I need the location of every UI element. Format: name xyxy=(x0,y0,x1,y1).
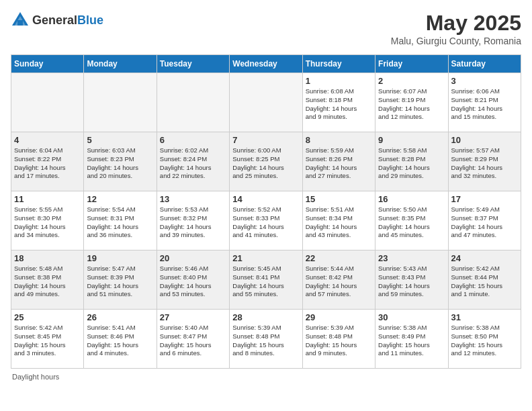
calendar-cell: 23Sunrise: 5:43 AMSunset: 8:43 PMDayligh… xyxy=(375,250,448,310)
day-number: 24 xyxy=(451,253,518,263)
calendar-table: Sunday Monday Tuesday Wednesday Thursday… xyxy=(11,54,521,369)
col-sunday: Sunday xyxy=(11,55,84,73)
calendar-cell: 25Sunrise: 5:42 AMSunset: 8:45 PMDayligh… xyxy=(11,310,84,369)
day-info: Sunrise: 5:49 AMSunset: 8:37 PMDaylight:… xyxy=(451,205,518,240)
day-info: Sunrise: 6:07 AMSunset: 8:19 PMDaylight:… xyxy=(378,87,445,122)
day-info: Sunrise: 5:43 AMSunset: 8:43 PMDaylight:… xyxy=(378,265,445,299)
calendar-cell xyxy=(157,73,229,132)
day-info: Sunrise: 6:08 AMSunset: 8:18 PMDaylight:… xyxy=(306,87,372,122)
week-row-5: 25Sunrise: 5:42 AMSunset: 8:45 PMDayligh… xyxy=(11,310,521,369)
day-info: Sunrise: 5:57 AMSunset: 8:29 PMDaylight:… xyxy=(451,146,518,181)
logo-icon xyxy=(11,11,30,30)
day-info: Sunrise: 5:54 AMSunset: 8:31 PMDaylight:… xyxy=(87,205,153,240)
calendar-cell: 1Sunrise: 6:08 AMSunset: 8:18 PMDaylight… xyxy=(302,73,375,132)
footer-note: Daylight hours xyxy=(11,373,521,381)
location: Malu, Giurgiu County, Romania xyxy=(391,36,521,46)
day-number: 12 xyxy=(87,194,153,204)
calendar-cell: 18Sunrise: 5:48 AMSunset: 8:38 PMDayligh… xyxy=(11,250,84,310)
day-number: 25 xyxy=(14,312,81,322)
day-number: 14 xyxy=(232,194,299,204)
svg-rect-2 xyxy=(17,20,23,26)
day-number: 5 xyxy=(87,135,153,145)
col-thursday: Thursday xyxy=(302,55,375,73)
day-info: Sunrise: 5:39 AMSunset: 8:48 PMDaylight:… xyxy=(232,324,299,358)
day-info: Sunrise: 6:04 AMSunset: 8:22 PMDaylight:… xyxy=(14,146,81,181)
day-number: 21 xyxy=(232,253,299,263)
day-info: Sunrise: 5:50 AMSunset: 8:35 PMDaylight:… xyxy=(378,205,445,240)
calendar-cell: 19Sunrise: 5:47 AMSunset: 8:39 PMDayligh… xyxy=(84,250,157,310)
day-number: 30 xyxy=(378,312,445,322)
day-info: Sunrise: 5:55 AMSunset: 8:30 PMDaylight:… xyxy=(14,205,81,240)
day-info: Sunrise: 5:48 AMSunset: 8:38 PMDaylight:… xyxy=(14,265,81,299)
day-number: 7 xyxy=(232,135,299,145)
logo: GeneralBlue xyxy=(11,11,103,30)
day-info: Sunrise: 5:41 AMSunset: 8:46 PMDaylight:… xyxy=(87,324,153,358)
week-row-1: 1Sunrise: 6:08 AMSunset: 8:18 PMDaylight… xyxy=(11,73,521,132)
day-info: Sunrise: 5:59 AMSunset: 8:26 PMDaylight:… xyxy=(306,146,372,181)
day-info: Sunrise: 5:42 AMSunset: 8:45 PMDaylight:… xyxy=(14,324,81,358)
calendar-cell xyxy=(84,73,157,132)
day-info: Sunrise: 5:52 AMSunset: 8:33 PMDaylight:… xyxy=(232,205,299,240)
day-number: 20 xyxy=(160,253,226,263)
calendar-cell: 2Sunrise: 6:07 AMSunset: 8:19 PMDaylight… xyxy=(375,73,448,132)
calendar-container: GeneralBlue May 2025 Malu, Giurgiu Count… xyxy=(0,0,532,386)
calendar-cell: 22Sunrise: 5:44 AMSunset: 8:42 PMDayligh… xyxy=(302,250,375,310)
day-info: Sunrise: 5:47 AMSunset: 8:39 PMDaylight:… xyxy=(87,265,153,299)
day-info: Sunrise: 6:06 AMSunset: 8:21 PMDaylight:… xyxy=(451,87,518,122)
title-block: May 2025 Malu, Giurgiu County, Romania xyxy=(391,11,521,46)
col-tuesday: Tuesday xyxy=(157,55,229,73)
calendar-cell xyxy=(11,73,84,132)
calendar-cell: 12Sunrise: 5:54 AMSunset: 8:31 PMDayligh… xyxy=(84,191,157,250)
calendar-cell: 21Sunrise: 5:45 AMSunset: 8:41 PMDayligh… xyxy=(230,250,302,310)
calendar-cell: 6Sunrise: 6:02 AMSunset: 8:24 PMDaylight… xyxy=(157,132,229,191)
calendar-cell: 10Sunrise: 5:57 AMSunset: 8:29 PMDayligh… xyxy=(448,132,521,191)
week-row-3: 11Sunrise: 5:55 AMSunset: 8:30 PMDayligh… xyxy=(11,191,521,250)
day-number: 28 xyxy=(232,312,299,322)
col-friday: Friday xyxy=(375,55,448,73)
day-info: Sunrise: 5:39 AMSunset: 8:48 PMDaylight:… xyxy=(306,324,372,358)
day-number: 4 xyxy=(14,135,81,145)
day-number: 11 xyxy=(14,194,81,204)
day-number: 23 xyxy=(378,253,445,263)
day-info: Sunrise: 5:38 AMSunset: 8:49 PMDaylight:… xyxy=(378,324,445,358)
month-year: May 2025 xyxy=(391,11,521,36)
header-row: Sunday Monday Tuesday Wednesday Thursday… xyxy=(11,55,521,73)
day-info: Sunrise: 5:51 AMSunset: 8:34 PMDaylight:… xyxy=(306,205,372,240)
header: GeneralBlue May 2025 Malu, Giurgiu Count… xyxy=(11,11,521,46)
day-info: Sunrise: 5:42 AMSunset: 8:44 PMDaylight:… xyxy=(451,265,518,299)
day-number: 27 xyxy=(160,312,226,322)
calendar-cell: 8Sunrise: 5:59 AMSunset: 8:26 PMDaylight… xyxy=(302,132,375,191)
day-info: Sunrise: 5:45 AMSunset: 8:41 PMDaylight:… xyxy=(232,265,299,299)
week-row-4: 18Sunrise: 5:48 AMSunset: 8:38 PMDayligh… xyxy=(11,250,521,310)
day-info: Sunrise: 5:46 AMSunset: 8:40 PMDaylight:… xyxy=(160,265,226,299)
day-number: 19 xyxy=(87,253,153,263)
day-info: Sunrise: 5:38 AMSunset: 8:50 PMDaylight:… xyxy=(451,324,518,358)
calendar-cell xyxy=(230,73,302,132)
day-info: Sunrise: 5:53 AMSunset: 8:32 PMDaylight:… xyxy=(160,205,226,240)
day-number: 16 xyxy=(378,194,445,204)
calendar-cell: 4Sunrise: 6:04 AMSunset: 8:22 PMDaylight… xyxy=(11,132,84,191)
col-monday: Monday xyxy=(84,55,157,73)
calendar-cell: 3Sunrise: 6:06 AMSunset: 8:21 PMDaylight… xyxy=(448,73,521,132)
col-saturday: Saturday xyxy=(448,55,521,73)
day-number: 15 xyxy=(306,194,372,204)
calendar-cell: 24Sunrise: 5:42 AMSunset: 8:44 PMDayligh… xyxy=(448,250,521,310)
day-number: 3 xyxy=(451,76,518,86)
calendar-cell: 9Sunrise: 5:58 AMSunset: 8:28 PMDaylight… xyxy=(375,132,448,191)
logo-text-general: General xyxy=(32,13,77,27)
day-number: 13 xyxy=(160,194,226,204)
calendar-cell: 31Sunrise: 5:38 AMSunset: 8:50 PMDayligh… xyxy=(448,310,521,369)
calendar-cell: 17Sunrise: 5:49 AMSunset: 8:37 PMDayligh… xyxy=(448,191,521,250)
calendar-cell: 29Sunrise: 5:39 AMSunset: 8:48 PMDayligh… xyxy=(302,310,375,369)
logo-text-blue: Blue xyxy=(77,13,103,27)
col-wednesday: Wednesday xyxy=(230,55,302,73)
day-number: 6 xyxy=(160,135,226,145)
day-number: 18 xyxy=(14,253,81,263)
day-info: Sunrise: 5:40 AMSunset: 8:47 PMDaylight:… xyxy=(160,324,226,358)
day-number: 9 xyxy=(378,135,445,145)
calendar-cell: 30Sunrise: 5:38 AMSunset: 8:49 PMDayligh… xyxy=(375,310,448,369)
day-number: 1 xyxy=(306,76,372,86)
day-number: 17 xyxy=(451,194,518,204)
week-row-2: 4Sunrise: 6:04 AMSunset: 8:22 PMDaylight… xyxy=(11,132,521,191)
calendar-cell: 28Sunrise: 5:39 AMSunset: 8:48 PMDayligh… xyxy=(230,310,302,369)
